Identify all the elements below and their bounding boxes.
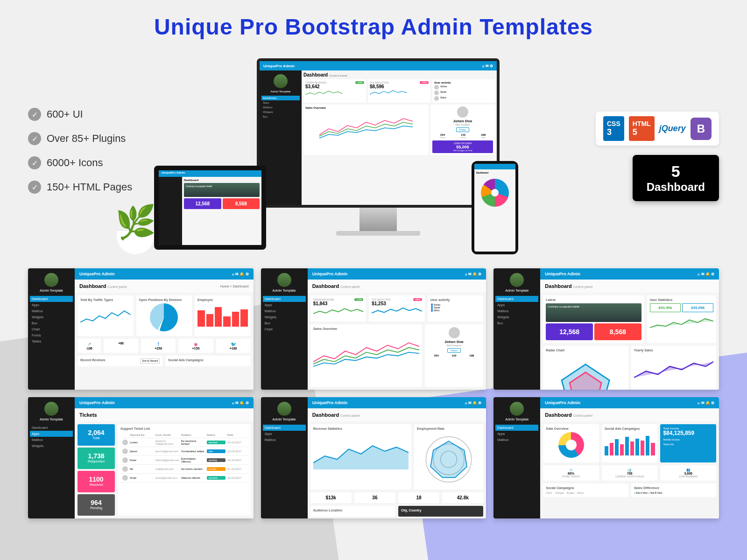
donut-chart <box>481 179 509 207</box>
bootstrap-badge: B <box>691 118 712 140</box>
topbar-icons[interactable]: ⌕ ✉ ⚙ <box>482 64 493 68</box>
ticket-row[interactable]: Ipsumipsum@gmail.comConsectetur adipisne… <box>120 447 248 456</box>
feature-text: 150+ HTML Pages <box>47 181 132 193</box>
svg-marker-5 <box>430 441 467 477</box>
dashboard-preview-3[interactable]: Admin Template Dashboard Apps Mailbox Wi… <box>493 268 719 390</box>
sidebar-item-dashboard[interactable]: Dashboard <box>261 96 300 100</box>
stat-value: $8,596 <box>370 84 429 89</box>
pie-chart <box>150 303 178 331</box>
tech-badges: CSS3 HTML5 jQuery B <box>596 112 719 146</box>
sidebar-item[interactable]: Widgets <box>261 110 300 114</box>
dashboard-preview-5[interactable]: Admin Template Dashboard Apps Mailbox Un… <box>261 397 486 518</box>
ticket-row[interactable]: Loremqloremrt m@gmail.comDo eiusmod temp… <box>120 438 248 447</box>
dashboard-preview-6[interactable]: Admin Template Dashboard Apps Mailbox Un… <box>493 397 719 518</box>
check-icon: ✓ <box>28 132 41 145</box>
profile-role: Web Designer <box>432 123 493 126</box>
donut-chart <box>558 432 584 458</box>
monitor-mockup: UniquePro Admin ⌕ ✉ ⚙ Admin Template Das… <box>257 58 500 236</box>
sidebar-item[interactable]: Apps <box>30 302 73 308</box>
jquery-badge: jQuery <box>659 124 686 133</box>
badge: +15% <box>355 81 364 84</box>
html5-badge: HTML5 <box>629 116 655 141</box>
badge: +04% <box>420 81 429 84</box>
follow-button[interactable]: Follow <box>456 127 469 132</box>
stat-value: $3,642 <box>305 84 364 89</box>
sidebar-item[interactable]: Mailbox <box>261 105 300 110</box>
page-heading: Unique Pro Bootstrap Admin Templates <box>28 14 719 40</box>
sort-dropdown[interactable]: Sort by Newest <box>140 358 160 364</box>
feature-item: ✓ 600+ UI <box>28 108 177 121</box>
follow-button[interactable]: Follow <box>447 348 460 353</box>
feature-text: 6000+ Icons <box>47 157 103 169</box>
sidebar-item[interactable]: Mailbox <box>30 308 73 314</box>
sidebar-user: Admin Template <box>261 90 300 93</box>
feature-text: Over 85+ Plugins <box>47 133 126 145</box>
dashboard-subtitle: Control panel <box>329 74 347 77</box>
facebook-icon: f <box>158 342 159 347</box>
ticket-row[interactable]: Sitsit@gmail.comAd minim veniamon hold11… <box>120 465 248 474</box>
tickets-preview[interactable]: Admin Template Dashboard Apps Mailbox Wi… <box>28 397 254 518</box>
css3-badge: CSS3 <box>603 116 624 141</box>
sidebar-item[interactable]: Chart <box>30 326 73 332</box>
sidebar-item[interactable]: Widgets <box>30 314 73 320</box>
ticket-row[interactable]: Ametamet@gmail.comUllamco laborisresolve… <box>120 474 248 483</box>
dashboard-title: Dashboard <box>303 72 328 77</box>
dashboard-preview-2[interactable]: Admin Template Dashboard Apps Mailbox Wi… <box>261 268 486 390</box>
widget-title: User activity <box>434 81 493 84</box>
dribbble-icon: ◉ <box>194 342 198 347</box>
brand-label: UniquePro Admin <box>263 64 295 68</box>
dashboard-preview-1[interactable]: Admin Template Dashboard Apps Mailbox Wi… <box>28 268 254 390</box>
members-icon: 👥 <box>686 468 691 471</box>
sidebar-item[interactable]: Box <box>261 114 300 119</box>
check-icon: ✓ <box>28 108 41 121</box>
bar-chart <box>605 432 655 455</box>
topbar-icons[interactable]: ⌕ ✉ 🔔 ⚙ <box>232 272 249 276</box>
tablet-mockup: UniquePro Admin Dashboard Contrary to po… <box>154 166 266 250</box>
check-icon: ✓ <box>28 181 41 194</box>
profile-name: Johen Doe <box>432 119 493 123</box>
bar-chart <box>197 303 248 327</box>
banner: Contrary to popular belief <box>184 183 260 197</box>
dashboard-count-badge: 5 Dashboard <box>633 155 719 201</box>
feature-item: ✓ Over 85+ Plugins <box>28 132 177 145</box>
sidebar-item[interactable]: Apps <box>261 100 300 105</box>
sidebar-item[interactable]: Forms <box>30 332 73 338</box>
device-mockups: 🌿 UniquePro Admin ⌕ ✉ ⚙ Admin Template D… <box>191 58 565 254</box>
ticket-row[interactable]: Dolordolorst@gmail.comExercitation ullam… <box>120 456 248 465</box>
avatar[interactable] <box>44 273 58 287</box>
feature-text: 600+ UI <box>47 108 83 120</box>
avatar[interactable] <box>274 74 288 88</box>
check-icon: ✓ <box>28 156 41 169</box>
traffic-icon: ◷ <box>570 468 572 471</box>
avatar <box>457 106 468 118</box>
twitter-icon: 🐦 <box>231 342 236 347</box>
sidebar-item[interactable]: Box <box>30 320 73 326</box>
sales-icon: 📊 <box>627 468 632 471</box>
sidebar-item[interactable]: Tables <box>30 338 73 344</box>
breadcrumb[interactable]: Home > Dashboard <box>220 285 249 288</box>
sidebar-item-dashboard[interactable]: Dashboard <box>30 296 73 302</box>
phone-mockup: Dashboard <box>472 161 518 254</box>
